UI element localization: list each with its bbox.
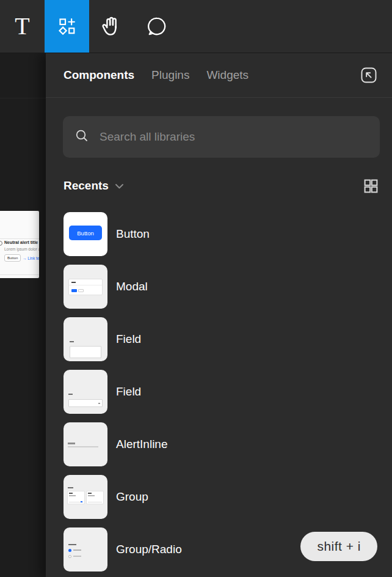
tab-components[interactable]: Components [64,68,134,82]
alert-button: Button [4,254,21,262]
list-item-field-2[interactable]: Field [46,370,392,414]
thumb-radio-unselected [68,555,71,558]
component-thumbnail [64,317,107,361]
comment-tool-button[interactable] [134,0,178,53]
arrow-up-left-box-icon [360,66,378,84]
component-name: Field [116,385,141,399]
tab-plugins[interactable]: Plugins [151,68,189,82]
text-tool-icon: T [15,14,29,39]
thumb-field-input-preview [70,346,101,358]
popout-button[interactable] [359,65,379,85]
tab-widgets[interactable]: Widgets [206,68,249,82]
chevron-down-icon[interactable] [115,183,124,189]
recents-list: Button Button Modal Field [46,212,392,571]
assets-tool-button[interactable] [45,0,89,53]
thumb-group-card [86,491,104,504]
component-thumbnail [64,265,107,309]
component-name: AlertInline [116,438,168,451]
thumb-modal-preview [68,279,103,295]
canvas-alert-component[interactable]: Neutral alert title Lorem ipsum dolor am… [0,211,39,278]
alert-divider [0,238,39,239]
component-thumbnail: Button [64,212,107,256]
comment-bubble-icon [145,15,167,37]
toolbar: T [0,0,392,53]
list-item-group[interactable]: Group [46,475,392,519]
keyboard-shortcut-hint: shift + i [300,532,377,561]
thumb-field-label [70,341,74,342]
component-name: Group/Radio [116,543,182,556]
component-name: Field [116,333,141,346]
panel-header: Components Plugins Widgets [46,53,392,98]
component-thumbnail [64,527,107,571]
canvas-guide-line [0,98,46,98]
list-item-button[interactable]: Button Button [46,212,392,256]
component-thumbnail [64,370,107,414]
text-tool-button[interactable]: T [0,0,45,53]
thumb-alert-preview [68,443,75,444]
component-name: Group [116,490,148,504]
alert-link: → Link text [23,256,39,260]
thumb-button-preview: Button [69,226,102,240]
grid-view-icon[interactable] [363,178,379,194]
list-item-modal[interactable]: Modal [46,265,392,309]
list-item-alertinline[interactable]: AlertInline [46,422,392,466]
recents-section-header: Recents [64,177,379,194]
search-input[interactable] [100,130,368,144]
component-thumbnail [64,422,107,466]
list-item-field[interactable]: Field [46,317,392,361]
component-thumbnail [64,475,107,519]
component-name: Button [116,227,150,241]
alert-body-text: Lorem ipsum dolor amet conse [4,247,39,251]
hand-tool-button[interactable] [89,0,134,53]
search-bar [63,116,380,158]
alert-title-text: Neutral alert title [4,240,38,244]
search-icon [74,128,89,145]
thumb-select-preview [68,399,103,407]
thumb-group-card [67,491,85,504]
thumb-radio-selected [68,549,71,552]
alert-divider [0,274,39,275]
assets-panel: Components Plugins Widgets Recents [46,53,392,577]
thumb-field-label [68,394,73,395]
alert-info-icon [0,241,2,246]
canvas-area[interactable]: Neutral alert title Lorem ipsum dolor am… [0,53,46,577]
component-name: Modal [116,280,148,293]
components-icon [58,17,76,35]
recents-title: Recents [64,179,109,193]
hand-icon [100,15,123,38]
